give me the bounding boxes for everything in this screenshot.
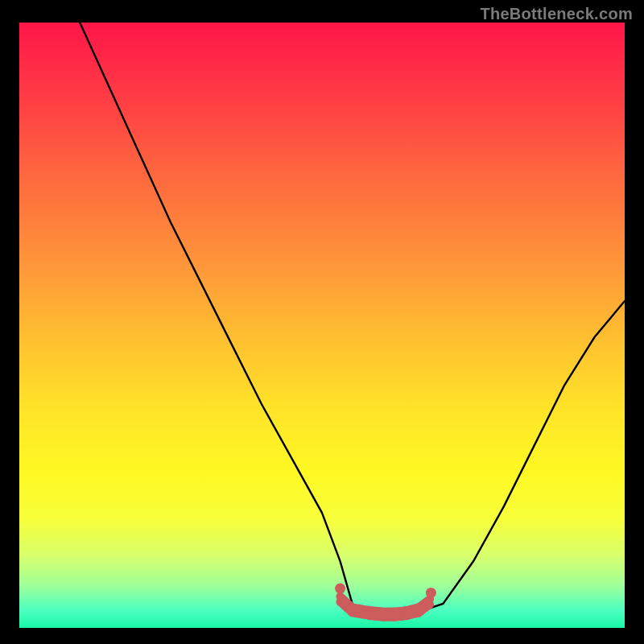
chart-svg [19,23,625,628]
optimal-zone-dots [335,584,436,621]
optimal-zone-end-dot [335,584,345,594]
watermark-text: TheBottleneck.com [480,5,633,23]
stage: TheBottleneck.com [0,0,644,644]
optimal-zone-end-dot [426,588,436,598]
bottleneck-curve [80,23,625,616]
chart-area [19,23,625,628]
